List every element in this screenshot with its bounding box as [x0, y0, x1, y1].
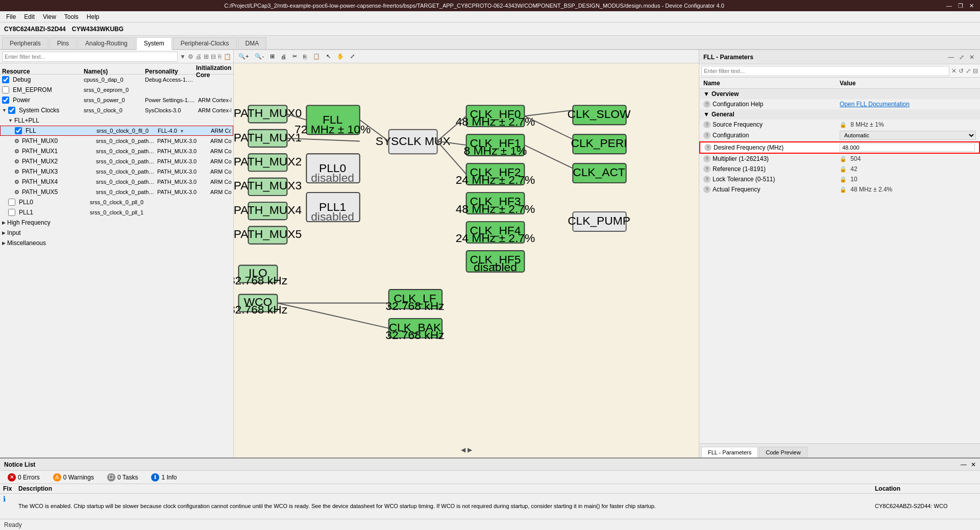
- table-row[interactable]: ▼ System Clocks srss_0_clock_0 SysClocks…: [0, 105, 233, 115]
- expand-all-icon[interactable]: ⊞: [204, 53, 209, 60]
- table-row[interactable]: PLL1 srss_0_clock_0_pll_1: [0, 207, 233, 218]
- debug-checkbox[interactable]: [2, 76, 9, 83]
- lock-icon: 🔒: [840, 122, 847, 128]
- tab-peripheral-clocks[interactable]: Peripheral-Clocks: [173, 37, 237, 49]
- table-row[interactable]: ▶ Input: [0, 228, 233, 238]
- tab-info[interactable]: ℹ 1 Info: [146, 472, 181, 483]
- minimize-button[interactable]: —: [944, 3, 954, 9]
- menu-view[interactable]: View: [39, 12, 60, 21]
- sysclocks-checkbox[interactable]: [8, 107, 15, 114]
- right-filter-bar: ✕ ↺ ⤢ ⊟: [699, 64, 980, 78]
- tab-errors[interactable]: ✕ 0 Errors: [3, 472, 44, 483]
- menu-file[interactable]: File: [2, 12, 20, 21]
- scroll-left-icon[interactable]: ◀: [461, 446, 465, 453]
- table-row[interactable]: ⚙ PATH_MUX4 srss_0_clock_0_pathmux_4 PAT…: [0, 177, 233, 187]
- select-btn[interactable]: ↖: [324, 52, 333, 61]
- scroll-right-icon[interactable]: ▶: [468, 446, 472, 453]
- table-row[interactable]: PLL0 srss_0_clock_0_pll_0: [0, 197, 233, 207]
- right-filter-input[interactable]: [701, 66, 949, 76]
- menu-help[interactable]: Help: [83, 12, 104, 21]
- help-icon[interactable]: ?: [703, 176, 710, 183]
- print-icon[interactable]: 🖨: [195, 53, 202, 60]
- expand-icon[interactable]: ▼: [2, 108, 7, 113]
- left-filter-input[interactable]: [2, 52, 178, 62]
- expand-icon[interactable]: ▶: [2, 240, 6, 246]
- table-row-fll[interactable]: FLL srss_0_clock_0_fll_0 FLL-4.0 ▼ ARM C…: [0, 126, 233, 136]
- tab-tasks[interactable]: ☐ 0 Tasks: [103, 472, 142, 483]
- menu-edit[interactable]: Edit: [20, 12, 39, 21]
- section-general[interactable]: ▼ General: [699, 109, 980, 119]
- right-panel-collapse-icon[interactable]: ⊟: [973, 67, 978, 75]
- svg-text:PATH_MUX4: PATH_MUX4: [234, 203, 302, 216]
- hand-btn[interactable]: ✋: [334, 52, 347, 61]
- maximize-panel-btn[interactable]: ⤢: [958, 54, 966, 61]
- copy-diagram-btn[interactable]: ⎘: [301, 53, 309, 61]
- settings-icon[interactable]: ⚙: [188, 53, 193, 60]
- tab-code-preview[interactable]: Code Preview: [759, 447, 807, 457]
- cut-btn[interactable]: ✂: [290, 52, 300, 61]
- filter-icon[interactable]: ▼: [180, 53, 186, 60]
- print-diagram-btn[interactable]: 🖨: [278, 53, 289, 61]
- table-row[interactable]: EM_EEPROM srss_0_eeprom_0: [0, 85, 233, 95]
- row-personality: PATH_MUX-3.0: [157, 158, 208, 164]
- table-row[interactable]: ▶ High Frequency: [0, 218, 233, 228]
- section-overview[interactable]: ▼ Overview: [699, 89, 980, 99]
- right-filter-refresh-icon[interactable]: ↺: [959, 67, 964, 75]
- restore-button[interactable]: ❐: [956, 3, 965, 9]
- table-row[interactable]: Power srss_0_power_0 Power Settings-1.3 …: [0, 95, 233, 105]
- table-row[interactable]: ▼ FLL+PLL: [0, 115, 233, 126]
- em-eeprom-checkbox[interactable]: [2, 86, 9, 93]
- svg-text:CLK_SLOW: CLK_SLOW: [568, 107, 631, 121]
- menu-tools[interactable]: Tools: [60, 12, 83, 21]
- table-row[interactable]: ⚙ PATH_MUX0 srss_0_clock_0_pathmux_0 PAT…: [0, 136, 233, 146]
- table-row[interactable]: ⚙ PATH_MUX2 srss_0_clock_0_pathmux_2 PAT…: [0, 156, 233, 166]
- tab-pins[interactable]: Pins: [50, 37, 77, 49]
- minimize-notice-btn[interactable]: —: [961, 461, 967, 468]
- table-row[interactable]: ⚙ PATH_MUX5 srss_0_clock_0_pathmux_5 PAT…: [0, 187, 233, 197]
- minimize-panel-btn[interactable]: —: [946, 54, 955, 61]
- help-icon[interactable]: ?: [703, 155, 710, 162]
- power-checkbox[interactable]: [2, 97, 9, 104]
- table-row[interactable]: ▶ Miscellaneous: [0, 238, 233, 248]
- paste-icon[interactable]: 📋: [224, 53, 231, 60]
- svg-text:32.768 kHz: 32.768 kHz: [234, 274, 287, 287]
- tab-warnings[interactable]: ⚠ 0 Warnings: [48, 472, 99, 483]
- zoom-in-btn[interactable]: 🔍+: [236, 52, 251, 61]
- pll0-checkbox[interactable]: [8, 199, 15, 206]
- desired-freq-input[interactable]: [840, 143, 975, 152]
- expand-icon[interactable]: ▶: [2, 220, 6, 225]
- table-row[interactable]: ⚙ PATH_MUX1 srss_0_clock_0_pathmux_1 PAT…: [0, 146, 233, 156]
- expand-icon[interactable]: ▼: [8, 118, 13, 123]
- fll-checkbox[interactable]: [15, 127, 22, 134]
- tab-system[interactable]: System: [136, 37, 172, 50]
- tab-analog-routing[interactable]: Analog-Routing: [78, 37, 135, 49]
- tab-dma[interactable]: DMA: [238, 37, 267, 49]
- collapse-all-icon[interactable]: ⊟: [211, 53, 216, 60]
- help-icon[interactable]: ?: [703, 132, 710, 139]
- table-row[interactable]: ⚙ PATH_MUX3 srss_0_clock_0_pathmux_3 PAT…: [0, 166, 233, 177]
- notice-controls: — ✕: [961, 461, 976, 468]
- close-panel-btn[interactable]: ✕: [968, 54, 976, 61]
- tab-peripherals[interactable]: Peripherals: [2, 37, 48, 49]
- help-icon[interactable]: ?: [703, 121, 710, 128]
- zoom-out-btn[interactable]: 🔍-: [252, 52, 266, 61]
- expand-diagram-btn[interactable]: ⤢: [348, 52, 357, 61]
- right-panel-expand-icon[interactable]: ⤢: [966, 67, 971, 75]
- expand-icon[interactable]: ▶: [2, 230, 6, 235]
- help-icon[interactable]: ?: [703, 101, 710, 108]
- fit-btn[interactable]: ⊞: [267, 52, 277, 61]
- svg-text:PATH_MUX3: PATH_MUX3: [234, 179, 302, 192]
- right-filter-clear-icon[interactable]: ✕: [951, 67, 957, 75]
- tab-fll-params[interactable]: FLL - Parameters: [701, 447, 758, 457]
- help-icon[interactable]: ?: [703, 165, 710, 173]
- close-notice-btn[interactable]: ✕: [971, 461, 976, 468]
- pll1-checkbox[interactable]: [8, 209, 15, 216]
- copy-icon[interactable]: ⎘: [218, 53, 222, 60]
- help-icon[interactable]: ?: [703, 186, 710, 193]
- help-icon[interactable]: ?: [704, 144, 712, 151]
- paste-diagram-btn[interactable]: 📋: [310, 52, 323, 61]
- close-button[interactable]: ✕: [967, 3, 976, 9]
- open-fll-docs-link[interactable]: Open FLL Documentation: [840, 101, 910, 108]
- configuration-select[interactable]: Automatic Manual: [840, 131, 976, 140]
- row-init-core: ARM Cortex-M4 ▼: [209, 128, 231, 134]
